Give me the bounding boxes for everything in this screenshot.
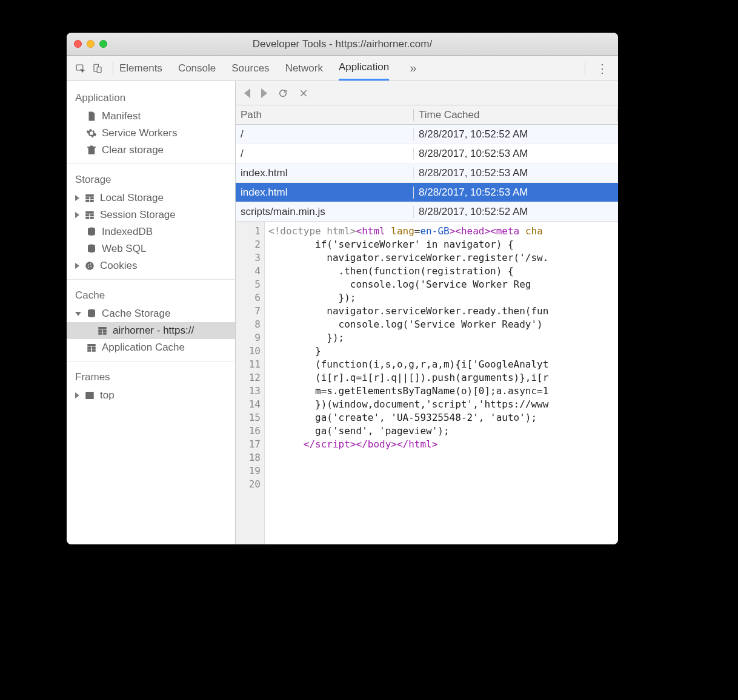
window-title: Developer Tools - https://airhorner.com/: [67, 38, 618, 50]
svg-rect-21: [98, 327, 107, 329]
devtools-tabbar: Elements Console Sources Network Applica…: [67, 56, 618, 81]
sidebar-item-label: Cache Storage: [102, 308, 170, 320]
table-icon: [84, 210, 95, 220]
traffic-lights: [74, 40, 107, 48]
divider: [585, 62, 585, 75]
sidebar-item-service-workers[interactable]: Service Workers: [67, 125, 235, 142]
cell-time: 8/28/2017, 10:52:53 AM: [414, 167, 618, 179]
application-sidebar: Application Manifest Service Workers Cle…: [67, 81, 236, 544]
sidebar-item-label: Web SQL: [102, 243, 146, 255]
svg-rect-7: [90, 200, 94, 202]
section-cache: Cache: [67, 285, 235, 305]
sidebar-item-clear-storage[interactable]: Clear storage: [67, 142, 235, 159]
line-gutter: 1234567891011121314151617181920: [236, 222, 265, 544]
frame-icon: [84, 390, 95, 401]
sidebar-item-application-cache[interactable]: Application Cache: [67, 339, 235, 356]
cell-path: /: [236, 148, 414, 160]
tab-sources[interactable]: Sources: [231, 56, 269, 81]
back-button[interactable]: [244, 88, 250, 98]
cell-path: /: [236, 128, 414, 140]
table-row[interactable]: /8/28/2017, 10:52:52 AM: [236, 125, 618, 144]
svg-rect-30: [92, 349, 96, 352]
code-content[interactable]: <!doctype html><html lang=en-GB><head><m…: [265, 222, 618, 544]
table-row[interactable]: index.html8/28/2017, 10:52:53 AM: [236, 163, 618, 183]
sidebar-item-indexeddb[interactable]: IndexedDB: [67, 223, 235, 240]
table-icon: [97, 325, 108, 336]
cell-time: 8/28/2017, 10:52:52 AM: [414, 128, 618, 140]
cell-time: 8/28/2017, 10:52:53 AM: [414, 187, 618, 199]
sidebar-item-label: Service Workers: [102, 127, 177, 139]
maximize-button[interactable]: [99, 40, 107, 48]
sidebar-item-label: Application Cache: [102, 342, 185, 354]
table-icon: [84, 193, 95, 203]
cache-table: Path Time Cached /8/28/2017, 10:52:52 AM…: [236, 105, 618, 222]
cookie-icon: [84, 260, 95, 271]
sidebar-item-session-storage[interactable]: Session Storage: [67, 206, 235, 223]
expand-caret-icon[interactable]: [75, 392, 79, 398]
delete-icon[interactable]: [299, 88, 308, 98]
sidebar-item-label: Manifest: [102, 110, 141, 122]
svg-rect-27: [87, 347, 91, 349]
tabs-overflow-button[interactable]: »: [405, 61, 421, 75]
svg-rect-25: [103, 332, 107, 335]
sidebar-item-frames-top[interactable]: top: [67, 387, 235, 404]
svg-point-15: [85, 262, 94, 270]
expand-caret-icon[interactable]: [75, 212, 79, 218]
sidebar-item-manifest[interactable]: Manifest: [67, 108, 235, 125]
column-header-time[interactable]: Time Cached: [414, 109, 618, 121]
close-button[interactable]: [74, 40, 82, 48]
cell-path: index.html: [236, 187, 414, 199]
svg-rect-31: [86, 392, 93, 399]
minimize-button[interactable]: [87, 40, 95, 48]
sidebar-item-label: Session Storage: [100, 209, 176, 221]
expand-caret-icon[interactable]: [75, 263, 79, 269]
cell-path: index.html: [236, 167, 414, 179]
forward-button[interactable]: [261, 88, 267, 98]
tab-elements[interactable]: Elements: [119, 56, 162, 81]
svg-rect-8: [85, 211, 94, 214]
database-icon: [86, 243, 97, 254]
svg-rect-10: [90, 214, 94, 217]
svg-rect-9: [85, 214, 89, 217]
section-frames: Frames: [67, 366, 235, 387]
svg-rect-6: [85, 200, 89, 202]
svg-point-18: [90, 266, 91, 267]
table-header: Path Time Cached: [236, 105, 618, 125]
sidebar-item-label: Cookies: [100, 260, 137, 272]
sidebar-item-local-storage[interactable]: Local Storage: [67, 190, 235, 206]
section-storage: Storage: [67, 169, 235, 190]
tab-network[interactable]: Network: [285, 56, 323, 81]
devtools-window: Developer Tools - https://airhorner.com/…: [67, 33, 618, 544]
cell-path: scripts/main.min.js: [236, 206, 414, 218]
sidebar-item-label: Clear storage: [102, 144, 164, 156]
kebab-menu-icon[interactable]: ⋮: [591, 61, 613, 76]
sidebar-item-label: IndexedDB: [102, 226, 153, 238]
tabs: Elements Console Sources Network Applica…: [119, 56, 421, 81]
cell-time: 8/28/2017, 10:52:53 AM: [414, 148, 618, 160]
cell-time: 8/28/2017, 10:52:52 AM: [414, 206, 618, 218]
svg-rect-26: [87, 344, 96, 346]
svg-point-19: [88, 266, 89, 268]
tab-console[interactable]: Console: [178, 56, 216, 81]
sidebar-item-web-sql[interactable]: Web SQL: [67, 240, 235, 257]
table-row[interactable]: /8/28/2017, 10:52:53 AM: [236, 144, 618, 163]
tab-application[interactable]: Application: [339, 56, 389, 81]
table-row[interactable]: index.html8/28/2017, 10:52:53 AM: [236, 183, 618, 202]
svg-rect-24: [98, 332, 102, 335]
sidebar-item-cache-storage[interactable]: Cache Storage: [67, 305, 235, 322]
main-panel: Path Time Cached /8/28/2017, 10:52:52 AM…: [236, 81, 618, 544]
sidebar-item-cache-entry[interactable]: airhorner - https://: [67, 322, 235, 339]
device-toggle-icon[interactable]: [92, 63, 103, 74]
source-preview: 1234567891011121314151617181920 <!doctyp…: [236, 222, 618, 544]
refresh-icon[interactable]: [278, 88, 288, 98]
expand-caret-icon[interactable]: [75, 195, 79, 201]
column-header-path[interactable]: Path: [236, 109, 414, 121]
sidebar-item-label: top: [100, 389, 115, 401]
svg-rect-3: [85, 194, 94, 197]
table-row[interactable]: scripts/main.min.js8/28/2017, 10:52:52 A…: [236, 202, 618, 222]
inspect-icon[interactable]: [75, 63, 86, 74]
divider: [113, 62, 113, 75]
svg-rect-11: [85, 217, 89, 219]
sidebar-item-cookies[interactable]: Cookies: [67, 257, 235, 274]
collapse-caret-icon[interactable]: [75, 312, 81, 316]
